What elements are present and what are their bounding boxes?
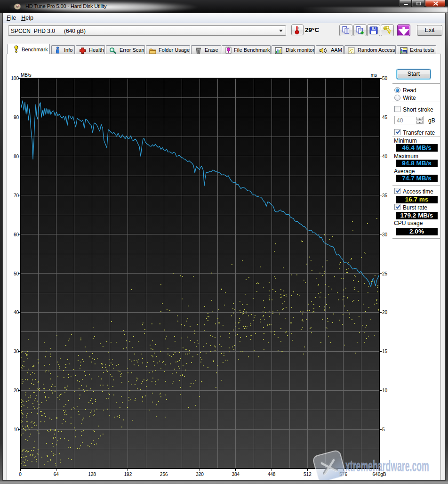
svg-text:512: 512	[304, 472, 312, 477]
svg-text:256: 256	[160, 472, 168, 477]
svg-text:xtremehardware.com: xtremehardware.com	[345, 457, 429, 475]
svg-text:ms: ms	[371, 73, 377, 78]
svg-text:70: 70	[14, 193, 19, 198]
svg-text:50: 50	[14, 271, 19, 276]
svg-text:5: 5	[382, 427, 385, 432]
svg-text:15: 15	[382, 349, 388, 354]
svg-text:60: 60	[14, 232, 19, 237]
svg-text:384: 384	[232, 472, 240, 477]
svg-text:30: 30	[382, 232, 388, 237]
svg-text:0: 0	[19, 472, 22, 477]
svg-text:100: 100	[11, 76, 19, 81]
svg-text:50: 50	[382, 76, 388, 81]
svg-text:25: 25	[382, 271, 388, 276]
svg-text:20: 20	[14, 388, 19, 393]
svg-text:64: 64	[54, 472, 59, 477]
svg-text:90: 90	[14, 115, 19, 120]
svg-text:40: 40	[382, 154, 388, 159]
svg-text:320: 320	[196, 472, 204, 477]
svg-text:10: 10	[14, 427, 19, 432]
svg-text:192: 192	[124, 472, 132, 477]
svg-text:MB/s: MB/s	[21, 73, 32, 78]
svg-text:40: 40	[14, 310, 19, 315]
svg-text:30: 30	[14, 349, 19, 354]
svg-text:45: 45	[382, 115, 388, 120]
svg-text:128: 128	[88, 472, 96, 477]
svg-text:20: 20	[382, 310, 388, 315]
svg-text:35: 35	[382, 193, 388, 198]
svg-text:10: 10	[382, 388, 388, 393]
svg-text:80: 80	[14, 154, 19, 159]
svg-text:448: 448	[268, 472, 276, 477]
